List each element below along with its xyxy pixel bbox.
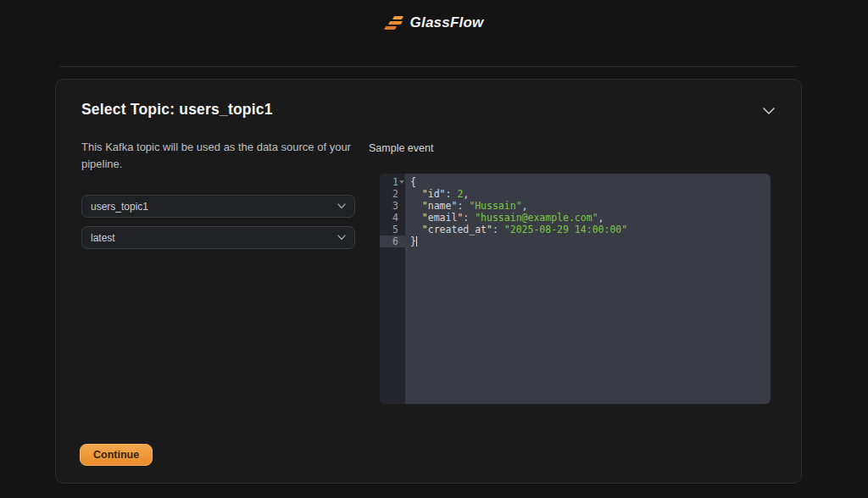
app-header: GlassFlow (0, 10, 868, 36)
brand-name: GlassFlow (410, 14, 484, 31)
topic-select[interactable]: users_topic1 (81, 195, 355, 218)
chevron-down-icon (337, 203, 346, 209)
text-cursor (416, 236, 417, 246)
code-line: { (405, 176, 771, 188)
topic-select-value: users_topic1 (91, 201, 148, 213)
continue-button[interactable]: Continue (80, 444, 153, 466)
offset-select-value: latest (91, 232, 115, 244)
code-editor-gutter: 123456 (380, 174, 405, 404)
fold-arrow-icon[interactable] (399, 180, 404, 184)
glassflow-logo: GlassFlow (385, 14, 484, 31)
code-editor-content: { "id": 2, "name": "Hussain", "email": "… (405, 174, 771, 404)
select-topic-card: Select Topic: users_topic1 This Kafka to… (55, 79, 802, 484)
topic-description: This Kafka topic will be used as the dat… (81, 139, 370, 172)
code-line: } (405, 235, 771, 247)
line-number: 6 (380, 235, 405, 247)
code-line: "email": "hussain@example.com", (405, 212, 771, 224)
line-number: 1 (380, 176, 405, 188)
glassflow-logo-icon (385, 16, 405, 30)
line-number: 3 (380, 200, 405, 212)
offset-select[interactable]: latest (81, 226, 355, 249)
code-editor[interactable]: 123456 { "id": 2, "name": "Hussain", "em… (380, 174, 771, 404)
sample-event-label: Sample event (369, 142, 433, 154)
card-collapse-toggle[interactable] (760, 102, 777, 119)
line-number: 5 (380, 224, 405, 235)
page-title: Select Topic: users_topic1 (81, 101, 273, 119)
code-line: "id": 2, (405, 188, 771, 200)
line-number: 4 (380, 212, 405, 224)
header-divider (59, 66, 798, 67)
chevron-down-icon (337, 235, 346, 241)
code-line: "name": "Hussain", (405, 200, 771, 212)
code-line: "created_at": "2025-08-29 14:00:00" (405, 224, 771, 235)
line-number: 2 (380, 188, 405, 200)
chevron-down-icon (763, 108, 775, 115)
